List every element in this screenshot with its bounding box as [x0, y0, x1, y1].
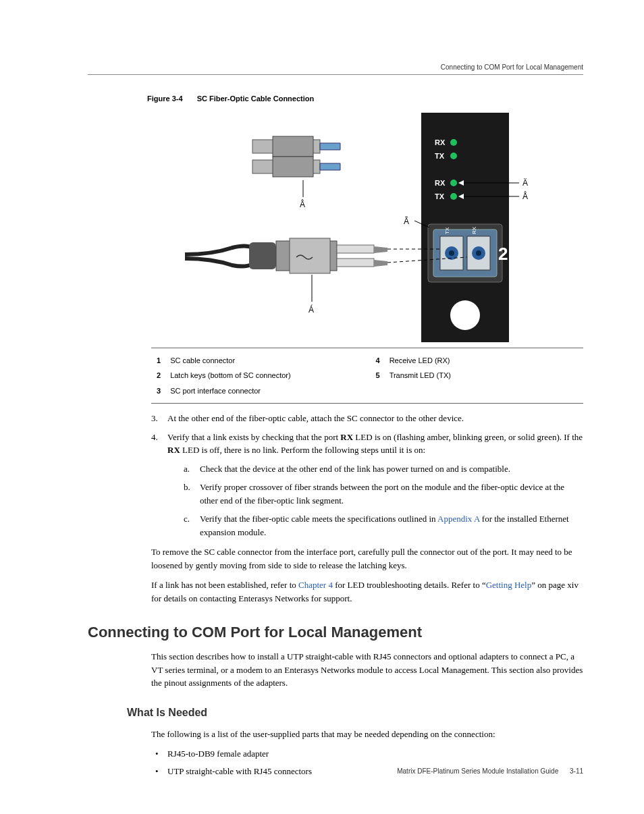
body-paragraph: If a link has not been established, refe… — [151, 578, 583, 605]
svg-point-2 — [450, 139, 457, 146]
link-chapter-4[interactable]: Chapter 4 — [298, 580, 333, 590]
subsection-heading: What Is Needed — [127, 705, 583, 721]
link-getting-help[interactable]: Getting Help — [486, 580, 532, 590]
svg-point-10 — [450, 193, 457, 200]
figure-caption: Figure 3-4 SC Fiber-Optic Cable Connecti… — [147, 93, 583, 105]
legend-text: SC cable connector — [166, 354, 370, 368]
legend-num: 2 — [153, 369, 165, 383]
svg-rect-31 — [273, 157, 313, 177]
legend-text: SC port interface connector — [166, 384, 370, 398]
header-rule — [88, 74, 583, 75]
footer-title: Matrix DFE-Platinum Series Module Instal… — [397, 767, 558, 775]
svg-marker-41 — [374, 260, 387, 267]
svg-text:TX: TX — [435, 192, 445, 200]
list-item: c. Verify that the fiber-optic cable mee… — [184, 512, 583, 539]
substeps: a. Check that the device at the other en… — [184, 462, 583, 539]
svg-marker-32 — [320, 163, 340, 170]
svg-text:2: 2 — [498, 244, 508, 264]
svg-text:RX: RX — [435, 138, 446, 146]
legend-text: Receive LED (RX) — [385, 354, 582, 368]
section-heading: Connecting to COM Port for Local Managem… — [88, 621, 583, 643]
legend-text: Latch keys (bottom of SC connector) — [166, 369, 370, 383]
svg-text:RX: RX — [471, 226, 477, 234]
figure-legend: 1 SC cable connector 4 Receive LED (RX) … — [151, 348, 583, 404]
procedure-steps: 3. At the other end of the fiber-optic c… — [151, 412, 583, 539]
svg-rect-35 — [249, 242, 276, 269]
substep-text: Verify proper crossover of fiber strands… — [200, 482, 564, 506]
svg-point-4 — [450, 153, 457, 159]
svg-text:RX: RX — [435, 179, 446, 187]
body-paragraph: The following is a list of the user-supp… — [151, 728, 583, 741]
body-paragraph: To remove the SC cable connector from th… — [151, 545, 583, 572]
svg-marker-40 — [374, 246, 387, 253]
link-appendix-a[interactable]: Appendix A — [437, 514, 479, 524]
svg-text:Ä: Ä — [522, 178, 528, 188]
legend-num: 5 — [372, 369, 384, 383]
substep-marker: c. — [184, 512, 190, 526]
step-marker: 4. — [151, 431, 158, 444]
legend-num: 1 — [153, 354, 165, 368]
svg-text:Å: Å — [522, 191, 528, 201]
list-item: a. Check that the device at the other en… — [184, 462, 583, 476]
svg-point-6 — [450, 180, 457, 186]
svg-text:Â: Â — [300, 199, 305, 209]
svg-rect-39 — [337, 259, 374, 267]
svg-rect-38 — [337, 245, 374, 253]
substep-text: Check that the device at the other end o… — [200, 464, 510, 474]
svg-rect-28 — [273, 136, 313, 157]
step-text: Verify that a link exists by checking th… — [167, 432, 583, 456]
svg-point-17 — [449, 250, 454, 256]
running-head: Connecting to COM Port for Local Managem… — [441, 62, 583, 72]
substep-marker: a. — [184, 462, 190, 476]
svg-point-24 — [450, 300, 480, 330]
figure-diagram: RX TX RX Ä TX Å TX RX 2 Ã — [185, 113, 549, 342]
svg-text:TX: TX — [444, 227, 450, 234]
svg-text:Á: Á — [308, 304, 314, 315]
list-item: 3. At the other end of the fiber-optic c… — [151, 412, 583, 425]
figure-title: SC Fiber-Optic Cable Connection — [197, 94, 315, 103]
body-paragraph: This section describes how to install a … — [151, 650, 583, 690]
svg-marker-29 — [320, 143, 340, 150]
list-item: 4. Verify that a link exists by checking… — [151, 431, 583, 539]
legend-num: 4 — [372, 354, 384, 368]
list-item: b. Verify proper crossover of fiber stra… — [184, 481, 583, 507]
svg-rect-37 — [290, 238, 330, 273]
svg-text:Ã: Ã — [404, 217, 409, 226]
list-item: RJ45-to-DB9 female adapter — [151, 747, 583, 761]
svg-text:TX: TX — [435, 152, 445, 160]
substep-marker: b. — [184, 481, 190, 494]
svg-point-20 — [476, 250, 481, 256]
substep-text: Verify that the fiber-optic cable meets … — [200, 514, 569, 537]
legend-text: Transmit LED (TX) — [385, 369, 582, 383]
figure-number: Figure 3-4 — [147, 94, 183, 103]
page-footer: Matrix DFE-Platinum Series Module Instal… — [397, 766, 583, 776]
legend-num: 3 — [153, 384, 165, 398]
step-text: At the other end of the fiber-optic cabl… — [167, 413, 464, 423]
page-number: 3-11 — [570, 767, 583, 775]
step-marker: 3. — [151, 412, 158, 425]
